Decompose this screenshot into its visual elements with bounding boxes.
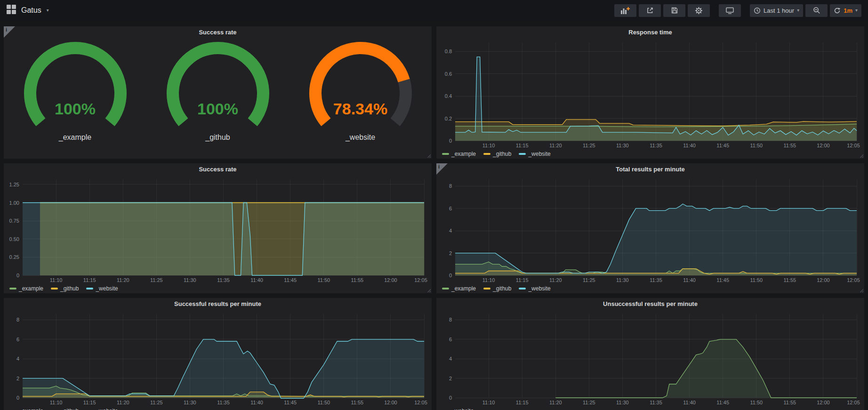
share-button[interactable] bbox=[639, 4, 661, 17]
chart-svg-successful-results: 0246811:1011:1511:2011:2511:3011:3511:40… bbox=[6, 310, 429, 406]
svg-text:0.25: 0.25 bbox=[9, 254, 19, 260]
zoom-out-button[interactable] bbox=[805, 4, 828, 17]
legend-item-website[interactable]: _website bbox=[519, 151, 550, 157]
panel-successful-results: Successful results per minute 0246811:10… bbox=[4, 298, 432, 410]
svg-text:0.75: 0.75 bbox=[9, 218, 19, 224]
svg-text:11:25: 11:25 bbox=[150, 277, 163, 283]
svg-text:11:25: 11:25 bbox=[583, 400, 595, 405]
panel-title[interactable]: Success rate bbox=[4, 26, 432, 39]
gauge-label: _github bbox=[146, 133, 289, 142]
chevron-down-icon: ▾ bbox=[47, 8, 49, 13]
chevron-down-icon: ▾ bbox=[797, 8, 799, 13]
svg-text:11:30: 11:30 bbox=[616, 277, 629, 283]
panel-title[interactable]: Response time bbox=[436, 26, 864, 39]
success-rate-chart[interactable]: 00.250.500.751.001.2511:1011:1511:2011:2… bbox=[6, 176, 429, 284]
svg-text:11:15: 11:15 bbox=[83, 277, 96, 283]
svg-text:11:15: 11:15 bbox=[516, 277, 529, 283]
svg-text:11:35: 11:35 bbox=[217, 400, 230, 405]
legend-item-github[interactable]: _github bbox=[483, 285, 511, 292]
panel-info-corner-icon[interactable]: i bbox=[4, 26, 15, 38]
panel-title[interactable]: Total results per minute bbox=[436, 163, 864, 176]
legend-item-example[interactable]: _example bbox=[442, 285, 476, 292]
dashboard-grid-icon bbox=[7, 5, 16, 16]
legend-color-dash bbox=[86, 288, 93, 289]
legend-color-dash bbox=[519, 153, 526, 155]
svg-text:0.4: 0.4 bbox=[445, 93, 452, 99]
total-results-chart[interactable]: 0246811:1011:1511:2011:2511:3011:3511:40… bbox=[438, 176, 861, 284]
legend-series-name: _github bbox=[493, 151, 511, 157]
chart-legend: _example_github_website bbox=[4, 406, 432, 410]
legend-series-name: _example bbox=[451, 285, 476, 292]
legend-item-website[interactable]: _website bbox=[519, 285, 550, 292]
refresh-interval-label: 1m bbox=[844, 7, 852, 14]
legend-item-github[interactable]: _github bbox=[483, 151, 511, 157]
unsuccessful-results-chart[interactable]: 0246811:1011:1511:2011:2511:3011:3511:40… bbox=[438, 310, 861, 406]
zoom-out-icon bbox=[813, 7, 820, 14]
svg-text:11:40: 11:40 bbox=[250, 400, 263, 405]
time-range-label: Last 1 hour bbox=[764, 7, 794, 14]
refresh-icon bbox=[834, 7, 841, 14]
svg-text:0.6: 0.6 bbox=[445, 71, 452, 77]
svg-text:12:00: 12:00 bbox=[817, 400, 830, 405]
legend-color-dash bbox=[483, 153, 490, 155]
chart-svg-unsuccessful-results: 0246811:1011:1511:2011:2511:3011:3511:40… bbox=[438, 310, 861, 406]
refresh-button[interactable]: 1m ▾ bbox=[830, 4, 861, 17]
time-range-button[interactable]: Last 1 hour ▾ bbox=[750, 4, 803, 17]
svg-text:8: 8 bbox=[449, 317, 452, 322]
panel-title[interactable]: Success rate bbox=[4, 163, 432, 176]
legend-item-website[interactable]: _website bbox=[86, 285, 118, 292]
navbar: Gatus ▾ bbox=[0, 0, 868, 21]
panel-success-rate-timeseries: Success rate 00.250.500.751.001.2511:101… bbox=[4, 163, 432, 293]
svg-text:11:20: 11:20 bbox=[117, 400, 129, 405]
legend-item-github[interactable]: _github bbox=[51, 408, 79, 410]
save-button[interactable] bbox=[663, 4, 685, 17]
svg-text:11:40: 11:40 bbox=[683, 400, 696, 405]
panel-title[interactable]: Successful results per minute bbox=[4, 298, 432, 310]
svg-text:8: 8 bbox=[16, 317, 19, 322]
svg-text:1.25: 1.25 bbox=[9, 182, 19, 187]
legend-item-example[interactable]: _example bbox=[9, 285, 43, 292]
response-time-chart[interactable]: 00.20.40.60.811:1011:1511:2011:2511:3011… bbox=[438, 39, 861, 149]
legend-item-example[interactable]: _example bbox=[9, 408, 43, 410]
legend-series-name: _github bbox=[60, 285, 79, 292]
svg-text:0.2: 0.2 bbox=[445, 116, 452, 121]
svg-text:4: 4 bbox=[16, 356, 19, 362]
legend-series-name: _example bbox=[19, 285, 43, 292]
svg-text:12:00: 12:00 bbox=[384, 400, 397, 405]
legend-item-website[interactable]: _website bbox=[442, 408, 474, 410]
svg-text:0: 0 bbox=[16, 273, 19, 278]
svg-text:6: 6 bbox=[449, 337, 452, 342]
chart-legend: _website bbox=[436, 406, 864, 410]
svg-text:11:15: 11:15 bbox=[516, 400, 529, 405]
svg-text:11:50: 11:50 bbox=[750, 277, 763, 283]
svg-text:12:00: 12:00 bbox=[817, 143, 830, 148]
add-panel-button[interactable] bbox=[614, 4, 636, 17]
legend-item-example[interactable]: _example bbox=[442, 151, 476, 157]
successful-results-chart[interactable]: 0246811:1011:1511:2011:2511:3011:3511:40… bbox=[6, 310, 429, 406]
svg-text:8: 8 bbox=[449, 183, 452, 189]
svg-text:11:50: 11:50 bbox=[750, 143, 763, 148]
svg-text:12:05: 12:05 bbox=[414, 277, 427, 283]
share-icon bbox=[646, 7, 654, 14]
panel-unsuccessful-results: Unsuccessful results per minute 0246811:… bbox=[436, 298, 864, 410]
chart-legend: _example_github_website bbox=[4, 284, 432, 293]
legend-series-name: _github bbox=[493, 285, 511, 292]
settings-button[interactable] bbox=[688, 4, 710, 17]
legend-item-website[interactable]: _website bbox=[86, 408, 118, 410]
dashboard-grid: i Success rate 100% _example 100% _githu… bbox=[0, 21, 868, 410]
panel-total-results: i Total results per minute 0246811:1011:… bbox=[436, 163, 864, 293]
gauge-website: 78.34% _website bbox=[289, 40, 432, 159]
legend-color-dash bbox=[442, 153, 449, 155]
svg-text:0: 0 bbox=[16, 395, 19, 401]
gauge-arc bbox=[6, 40, 145, 133]
legend-series-name: _website bbox=[96, 408, 118, 410]
legend-item-github[interactable]: _github bbox=[51, 285, 79, 292]
svg-text:11:30: 11:30 bbox=[616, 143, 629, 148]
dashboard-title-button[interactable]: Gatus ▾ bbox=[7, 5, 49, 16]
panel-info-corner-icon[interactable]: i bbox=[436, 163, 448, 175]
legend-series-name: _website bbox=[96, 285, 118, 292]
svg-text:0: 0 bbox=[449, 273, 452, 278]
panel-title[interactable]: Unsuccessful results per minute bbox=[436, 298, 864, 310]
svg-text:11:50: 11:50 bbox=[750, 400, 763, 405]
tv-mode-button[interactable] bbox=[719, 4, 741, 17]
